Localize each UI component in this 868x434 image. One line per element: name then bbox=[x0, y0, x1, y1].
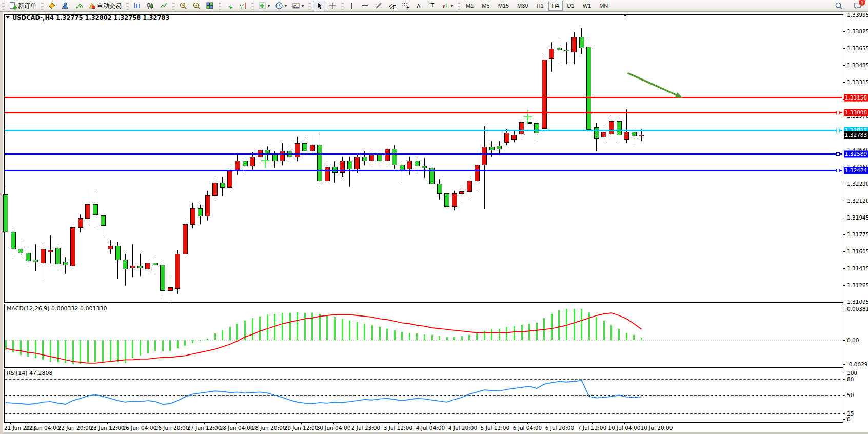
svg-text:F: F bbox=[406, 5, 409, 10]
candle-chart-button[interactable] bbox=[144, 1, 156, 11]
tile-windows-button[interactable] bbox=[204, 1, 216, 11]
templates-icon bbox=[292, 2, 300, 10]
svg-text:1.31435: 1.31435 bbox=[847, 265, 868, 271]
svg-text:22 Jun 20:00: 22 Jun 20:00 bbox=[58, 425, 92, 431]
svg-text:1.32424: 1.32424 bbox=[845, 167, 867, 173]
toolbar-grip bbox=[251, 2, 254, 10]
autotrading-button[interactable]: 自动交易 bbox=[86, 1, 124, 11]
toolbar-grip bbox=[218, 2, 221, 10]
autotrading-button-label: 自动交易 bbox=[97, 2, 122, 10]
svg-text:2 Jul 23:00: 2 Jul 23:00 bbox=[351, 425, 380, 431]
svg-text:-0.002961: -0.002961 bbox=[847, 361, 868, 367]
chevron-down-icon[interactable]: ▾ bbox=[451, 4, 453, 8]
toolbar-grip bbox=[2, 2, 5, 10]
market-button[interactable] bbox=[59, 1, 71, 11]
svg-text:1.33995: 1.33995 bbox=[847, 12, 868, 18]
chevron-down-icon[interactable]: ▾ bbox=[302, 4, 304, 8]
trendline-button[interactable] bbox=[372, 1, 385, 11]
svg-text:50: 50 bbox=[847, 392, 854, 398]
cursor-button[interactable] bbox=[313, 1, 325, 11]
cursor-icon bbox=[315, 2, 323, 10]
line-handle[interactable] bbox=[836, 111, 839, 114]
autotrading-icon bbox=[88, 2, 96, 10]
timeframe-h1[interactable]: H1 bbox=[532, 1, 547, 11]
chart-shift-button[interactable] bbox=[236, 1, 249, 11]
timeframe-m30[interactable]: M30 bbox=[514, 1, 531, 11]
horizontal-line-button[interactable] bbox=[359, 1, 371, 11]
svg-text:1.31945: 1.31945 bbox=[847, 214, 868, 221]
svg-text:26 Jun 20:00: 26 Jun 20:00 bbox=[155, 425, 189, 431]
svg-text:1.32120: 1.32120 bbox=[847, 198, 868, 204]
timeframe-m1[interactable]: M1 bbox=[462, 1, 477, 11]
svg-text:0.003812: 0.003812 bbox=[847, 306, 868, 312]
svg-text:28 Jun 20:00: 28 Jun 20:00 bbox=[252, 425, 286, 431]
svg-text:3 Jul 12:00: 3 Jul 12:00 bbox=[384, 425, 412, 431]
svg-text:1.31605: 1.31605 bbox=[847, 248, 868, 254]
chevron-down-icon[interactable]: ▾ bbox=[268, 4, 270, 8]
notifications-button[interactable]: 1 bbox=[853, 2, 862, 10]
fibonacci-button[interactable]: F bbox=[399, 1, 411, 11]
bar-chart-icon bbox=[133, 2, 141, 10]
timeframe-m15[interactable]: M15 bbox=[495, 1, 512, 11]
svg-text:1.33485: 1.33485 bbox=[847, 62, 868, 68]
svg-text:1.32290: 1.32290 bbox=[847, 181, 868, 187]
auto-scroll-icon bbox=[225, 2, 233, 10]
vertical-line-icon bbox=[348, 2, 356, 10]
indicators-button[interactable]: ▾ bbox=[256, 1, 272, 11]
toolbar-grip bbox=[341, 2, 344, 10]
text-button[interactable]: A bbox=[412, 1, 425, 11]
vertical-line-button[interactable] bbox=[346, 1, 358, 11]
crosshair-button[interactable] bbox=[326, 1, 339, 11]
zoom-in-button[interactable] bbox=[177, 1, 189, 11]
timeframe-mn[interactable]: MN bbox=[596, 1, 611, 11]
quotes-icon bbox=[48, 2, 56, 10]
svg-text:28 Jun 04:00: 28 Jun 04:00 bbox=[220, 425, 254, 431]
arrows-button[interactable]: ▾ bbox=[439, 1, 455, 11]
svg-text:6 Jul 20:00: 6 Jul 20:00 bbox=[545, 425, 574, 431]
search-icon bbox=[835, 2, 843, 10]
fibonacci-icon: F bbox=[401, 2, 409, 10]
quotes-button[interactable] bbox=[46, 1, 58, 11]
macd-label: MACD(12,26,9) 0.000332 0.001330 bbox=[7, 305, 107, 312]
chevron-down-icon[interactable]: ▾ bbox=[285, 4, 287, 8]
templates-button[interactable]: ▾ bbox=[290, 1, 306, 11]
notification-badge: 1 bbox=[858, 0, 866, 6]
text-label-button[interactable]: T bbox=[426, 1, 438, 11]
tile-windows-icon bbox=[206, 2, 214, 10]
svg-text:1.32589: 1.32589 bbox=[845, 151, 867, 157]
search-button[interactable] bbox=[833, 1, 845, 11]
periods-button[interactable]: ▾ bbox=[273, 1, 289, 11]
channel-button[interactable]: E bbox=[386, 1, 398, 11]
svg-text:5 Jul 12:00: 5 Jul 12:00 bbox=[481, 425, 509, 431]
svg-text:26 Jun 04:00: 26 Jun 04:00 bbox=[123, 425, 157, 431]
timeframe-d1[interactable]: D1 bbox=[564, 1, 578, 11]
svg-text:4 Jul 20:00: 4 Jul 20:00 bbox=[448, 425, 477, 431]
toolbar-grip bbox=[126, 2, 129, 10]
svg-text:10 Jul 20:00: 10 Jul 20:00 bbox=[641, 425, 673, 431]
svg-text:1.31265: 1.31265 bbox=[847, 282, 868, 288]
line-chart-button[interactable] bbox=[157, 1, 170, 11]
svg-text:1.31095: 1.31095 bbox=[847, 299, 868, 305]
line-handle[interactable] bbox=[836, 129, 839, 132]
timeframe-m5[interactable]: M5 bbox=[478, 1, 493, 11]
svg-text:E: E bbox=[393, 4, 396, 10]
bar-chart-button[interactable] bbox=[131, 1, 143, 11]
svg-text:1.32783: 1.32783 bbox=[845, 132, 867, 138]
zoom-out-button[interactable] bbox=[190, 1, 203, 11]
timeframe-w1[interactable]: W1 bbox=[579, 1, 595, 11]
timeframe-h4[interactable]: H4 bbox=[548, 1, 563, 11]
line-handle[interactable] bbox=[836, 169, 839, 172]
candle-chart-icon bbox=[146, 2, 154, 10]
toolbar-grip bbox=[172, 2, 175, 10]
arrows-icon bbox=[441, 2, 449, 10]
svg-text:1.31775: 1.31775 bbox=[847, 231, 868, 238]
auto-scroll-button[interactable] bbox=[223, 1, 235, 11]
svg-text:80: 80 bbox=[847, 376, 854, 382]
svg-text:27 Jun 12:00: 27 Jun 12:00 bbox=[187, 425, 222, 431]
svg-text:A: A bbox=[417, 3, 421, 10]
svg-text:1.33158: 1.33158 bbox=[845, 94, 867, 101]
new-order-button[interactable]: 新订单 bbox=[7, 1, 38, 11]
signals-button[interactable] bbox=[72, 1, 85, 11]
indicators-icon bbox=[258, 2, 266, 10]
line-handle[interactable] bbox=[836, 153, 839, 156]
